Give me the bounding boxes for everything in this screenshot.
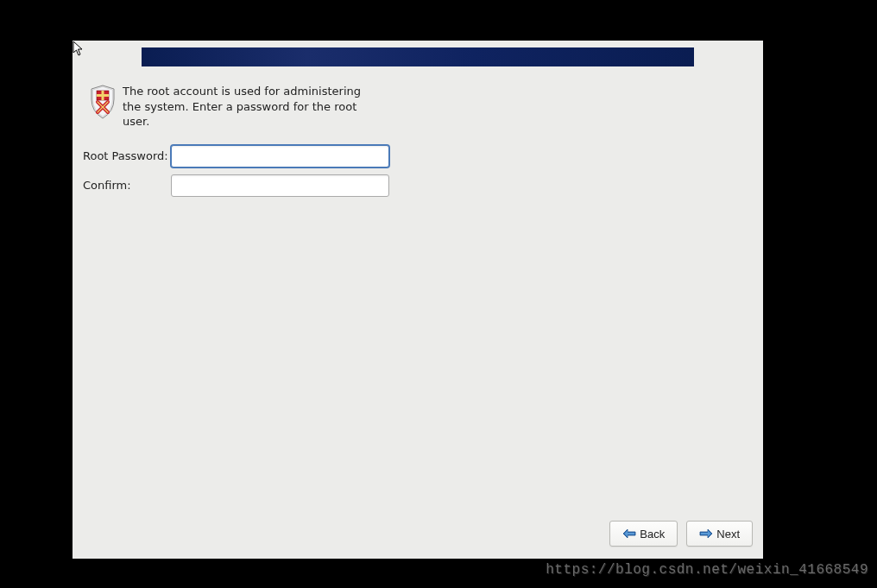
content-area: The root account is used for administeri… [83, 84, 753, 507]
shield-icon [88, 84, 117, 120]
watermark-text: https://blog.csdn.net/weixin_41668549 [546, 562, 868, 578]
installer-window: The root account is used for administeri… [73, 41, 763, 559]
confirm-input[interactable] [171, 174, 389, 197]
root-password-label: Root Password: [83, 149, 171, 162]
header-banner [142, 47, 694, 66]
back-button-label: Back [640, 528, 665, 541]
root-password-input[interactable] [171, 145, 389, 168]
confirm-label: Confirm: [83, 179, 171, 192]
description-text: The root account is used for administeri… [123, 84, 364, 130]
back-button[interactable]: Back [609, 521, 678, 547]
arrow-left-icon [622, 528, 636, 539]
svg-rect-2 [97, 94, 109, 97]
description-row: The root account is used for administeri… [83, 84, 753, 130]
next-button[interactable]: Next [686, 521, 753, 547]
button-bar: Back Next [609, 521, 753, 547]
arrow-right-icon [699, 528, 713, 539]
next-button-label: Next [716, 528, 740, 541]
confirm-row: Confirm: [83, 174, 753, 197]
root-password-row: Root Password: [83, 145, 753, 168]
